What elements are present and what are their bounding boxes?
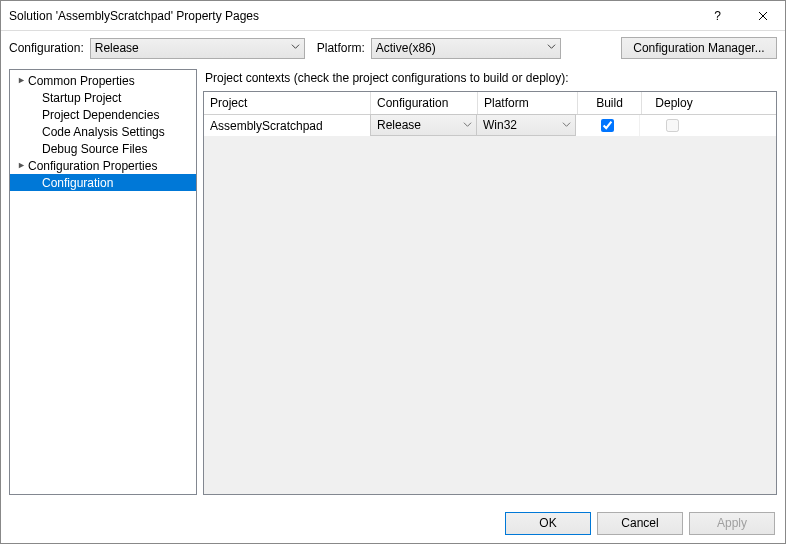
titlebar: Solution 'AssemblyScratchpad' Property P…: [1, 1, 785, 31]
cell-project: AssemblyScratchpad: [204, 115, 371, 136]
platform-label: Platform:: [317, 41, 365, 55]
tree-node-configuration[interactable]: Configuration: [10, 174, 196, 191]
header-configuration[interactable]: Configuration: [371, 92, 478, 114]
chevron-down-icon: [463, 120, 472, 129]
cell-configuration-combo[interactable]: Release: [370, 114, 477, 136]
content-pane: Project contexts (check the project conf…: [203, 69, 777, 495]
configuration-label: Configuration:: [9, 41, 84, 55]
header-build[interactable]: Build: [578, 92, 642, 114]
help-button[interactable]: ?: [695, 1, 740, 31]
cancel-button[interactable]: Cancel: [597, 512, 683, 535]
tree-node-code-analysis-settings[interactable]: Code Analysis Settings: [10, 123, 196, 140]
expander-icon[interactable]: [16, 161, 26, 171]
build-checkbox[interactable]: [601, 119, 614, 132]
dialog-body: Common Properties Startup Project Projec…: [1, 65, 785, 503]
header-deploy[interactable]: Deploy: [642, 92, 706, 114]
table-row: AssemblyScratchpad Release Win32: [204, 115, 776, 137]
dialog-footer: OK Cancel Apply: [1, 503, 785, 543]
nav-tree[interactable]: Common Properties Startup Project Projec…: [9, 69, 197, 495]
project-contexts-grid: Project Configuration Platform Build Dep…: [203, 91, 777, 495]
close-button[interactable]: [740, 1, 785, 31]
tree-node-project-dependencies[interactable]: Project Dependencies: [10, 106, 196, 123]
deploy-checkbox: [666, 119, 679, 132]
chevron-down-icon: [562, 120, 571, 129]
tree-node-common-properties[interactable]: Common Properties: [10, 72, 196, 89]
header-project[interactable]: Project: [204, 92, 371, 114]
chevron-down-icon: [547, 42, 556, 51]
cell-deploy: [640, 115, 704, 136]
cell-build: [576, 115, 640, 136]
platform-combo[interactable]: Active(x86): [371, 38, 561, 59]
cell-platform-combo[interactable]: Win32: [476, 114, 576, 136]
tree-node-debug-source-files[interactable]: Debug Source Files: [10, 140, 196, 157]
platform-value: Active(x86): [376, 41, 436, 55]
tree-node-configuration-properties[interactable]: Configuration Properties: [10, 157, 196, 174]
configuration-combo[interactable]: Release: [90, 38, 305, 59]
grid-caption: Project contexts (check the project conf…: [203, 69, 777, 91]
config-row: Configuration: Release Platform: Active(…: [1, 31, 785, 65]
chevron-down-icon: [291, 42, 300, 51]
ok-button[interactable]: OK: [505, 512, 591, 535]
configuration-value: Release: [95, 41, 139, 55]
window-title: Solution 'AssemblyScratchpad' Property P…: [9, 9, 695, 23]
configuration-manager-button[interactable]: Configuration Manager...: [621, 37, 777, 59]
expander-icon[interactable]: [16, 76, 26, 86]
tree-node-startup-project[interactable]: Startup Project: [10, 89, 196, 106]
property-pages-dialog: Solution 'AssemblyScratchpad' Property P…: [0, 0, 786, 544]
close-icon: [758, 11, 768, 21]
grid-header-row: Project Configuration Platform Build Dep…: [204, 92, 776, 115]
apply-button: Apply: [689, 512, 775, 535]
header-platform[interactable]: Platform: [478, 92, 578, 114]
